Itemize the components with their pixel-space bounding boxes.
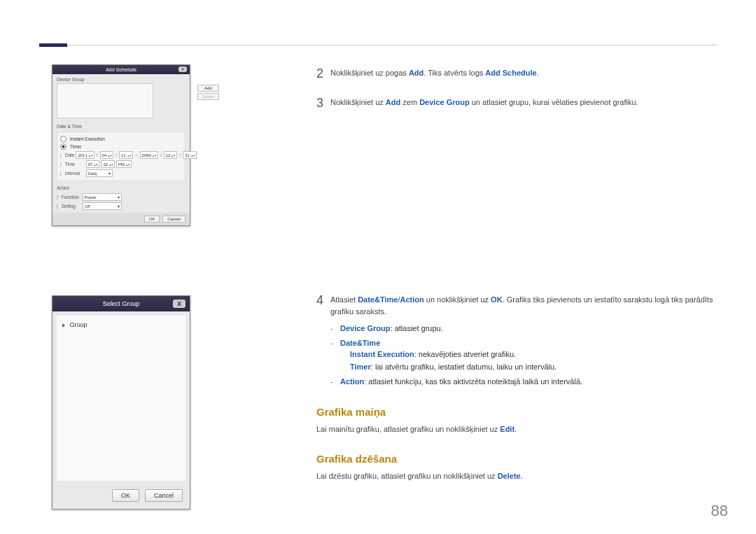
dialog-footer: OK Cancel [52, 213, 190, 225]
ok-button[interactable]: OK [144, 216, 160, 223]
add-schedule-dialog: Add Schedule X Device Group Add Delete D… [52, 64, 190, 226]
function-select[interactable]: Power▾ [83, 193, 122, 201]
dash-icon: - [330, 323, 340, 335]
radio-on-icon[interactable] [60, 143, 66, 150]
year2-stepper[interactable]: 2099▴▾ [140, 151, 158, 159]
ampm-stepper[interactable]: PM▴▾ [116, 160, 132, 168]
date-time-label: Date & Time [52, 121, 190, 130]
dialog-footer: OK Cancel [52, 485, 190, 509]
interval-row: | Interval Daily▾ [60, 169, 182, 177]
sub-item: Timer: lai atvērtu grafiku, iestatiet da… [350, 361, 556, 374]
timer-row: Timer [60, 143, 182, 150]
dash-icon: - [330, 337, 340, 374]
keyword-datetime: Date&Time [358, 295, 398, 304]
step-3: 3 Noklikšķiniet uz Add zem Device Group … [316, 97, 717, 109]
minute-stepper[interactable]: 22▴▾ [101, 160, 115, 168]
keyword-device-group: Device Group [340, 324, 391, 332]
close-icon[interactable]: X [178, 66, 187, 72]
ok-button[interactable]: OK [112, 489, 139, 502]
chevron-down-icon: ▾ [118, 195, 120, 199]
setting-label: Setting [62, 204, 81, 209]
hour-stepper[interactable]: 07▴▾ [86, 160, 100, 168]
dialog-titlebar: Add Schedule X [52, 65, 190, 74]
year1-stepper[interactable]: 2011▴▾ [76, 151, 94, 159]
heading-change-schedule: Grafika maiņa [316, 406, 717, 418]
day2-stepper[interactable]: 31▴▾ [183, 151, 197, 159]
step-4: 4 Atlasiet Date&Time/Action un noklikšķi… [316, 294, 717, 317]
steps-bottom: 4 Atlasiet Date&Time/Action un noklikšķi… [316, 294, 717, 482]
keyword-add: Add [409, 69, 424, 77]
setting-select[interactable]: Off▾ [83, 202, 122, 210]
cancel-button[interactable]: Cancel [162, 216, 186, 223]
interval-label: Interval [65, 171, 85, 176]
instant-execution-row: Instant Execution [60, 136, 182, 142]
keyword-timer: Timer [350, 363, 371, 371]
date-time-panel: Instant Execution Timer | Date 2011▴▾ / … [57, 132, 186, 181]
top-accent-bar [39, 43, 67, 47]
chevron-down-icon: ▾ [118, 204, 120, 209]
step-number: 4 [316, 294, 330, 307]
list-item: - Date&Time Instant Execution: nekavējot… [330, 337, 717, 374]
dialog-title: Select Group [103, 300, 140, 307]
step-number: 2 [316, 67, 330, 80]
dash-icon: - [330, 376, 340, 388]
step-text: Noklikšķiniet uz Add zem Device Group un… [330, 97, 638, 108]
keyword-delete: Delete [498, 472, 521, 480]
sub-item: Instant Execution: nekavējoties atveriet… [350, 349, 556, 361]
heading-delete-schedule: Grafika dzēšana [316, 453, 717, 465]
delete-button[interactable]: Delete [197, 93, 219, 100]
keyword-add: Add [386, 98, 400, 106]
tree-root-item[interactable]: Group [62, 321, 180, 328]
time-label: Time [65, 162, 85, 167]
paragraph-change: Lai mainītu grafiku, atlasiet grafiku un… [316, 423, 717, 435]
paragraph-delete: Lai dzēstu grafiku, atlasiet grafiku un … [316, 470, 717, 482]
steps-top: 2 Noklikšķiniet uz pogas Add. Tiks atvēr… [316, 67, 717, 126]
select-group-dialog: Select Group X Group OK Cancel [52, 295, 190, 510]
keyword-action: Action [340, 377, 364, 386]
date-row: | Date 2011▴▾ / 04▴▾ / 11▴▾ ~ 2099▴▾ / 1… [60, 151, 182, 159]
action-panel: | Function Power▾ | Setting Off▾ [57, 193, 186, 210]
tree-collapse-icon [62, 323, 65, 328]
bullet-list: - Device Group: atlasiet grupu. - Date&T… [330, 323, 717, 388]
instant-execution-radio-label: Instant Execution [70, 136, 105, 141]
list-item: - Device Group: atlasiet grupu. [330, 323, 717, 335]
action-label: Action [52, 183, 190, 192]
radio-off-icon[interactable] [60, 136, 66, 142]
step-2: 2 Noklikšķiniet uz pogas Add. Tiks atvēr… [316, 67, 717, 80]
list-item: - Action: atlasiet funkciju, kas tiks ak… [330, 376, 717, 388]
keyword-action: Action [400, 295, 424, 304]
tilde-separator: ~ [134, 153, 139, 157]
time-row: | Time 07▴▾ 22▴▾ PM▴▾ [60, 160, 182, 168]
keyword-device-group: Device Group [419, 98, 470, 106]
keyword-instant-execution: Instant Execution [350, 350, 414, 358]
page-number: 88 [711, 502, 728, 520]
top-divider [39, 45, 717, 45]
dialog-titlebar: Select Group X [52, 296, 190, 311]
dialog-title: Add Schedule [106, 67, 136, 72]
function-label: Function [62, 195, 81, 199]
tree-root-label: Group [70, 321, 88, 328]
keyword-add-schedule: Add Schedule [485, 69, 536, 77]
add-button[interactable]: Add [197, 85, 219, 92]
chevron-down-icon: ▾ [108, 171, 111, 176]
step-text: Atlasiet Date&Time/Action un noklikšķini… [330, 294, 717, 317]
timer-radio-label: Timer [70, 144, 81, 149]
close-icon[interactable]: X [173, 300, 186, 308]
step-number: 3 [316, 97, 330, 109]
cancel-button[interactable]: Cancel [145, 489, 183, 502]
month1-stepper[interactable]: 04▴▾ [100, 151, 114, 159]
group-tree[interactable]: Group [57, 316, 186, 481]
device-group-list[interactable] [57, 83, 153, 118]
keyword-edit: Edit [500, 425, 514, 433]
day1-stepper[interactable]: 11▴▾ [119, 151, 133, 159]
step-text: Noklikšķiniet uz pogas Add. Tiks atvērts… [330, 67, 539, 79]
date-label: Date [65, 153, 75, 157]
keyword-datetime: Date&Time [340, 339, 380, 347]
keyword-ok: OK [491, 295, 503, 304]
interval-select[interactable]: Daily▾ [86, 169, 113, 177]
device-group-label: Device Group [52, 74, 190, 83]
month2-stepper[interactable]: 12▴▾ [164, 151, 178, 159]
